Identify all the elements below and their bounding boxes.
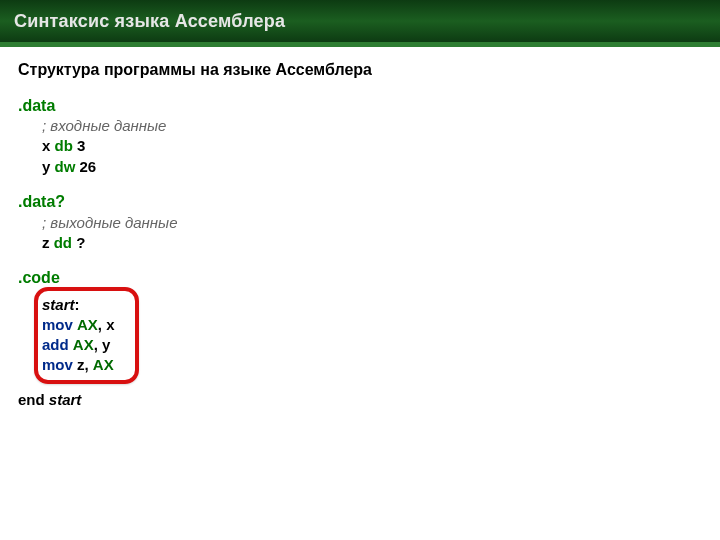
arg-x: x — [106, 316, 114, 333]
comment-output: ; выходные данные — [42, 213, 702, 233]
end-label: start — [49, 391, 82, 408]
reg-ax-2: AX — [73, 336, 94, 353]
val-z: ? — [76, 234, 85, 251]
arg-y: y — [102, 336, 110, 353]
instr-mov-z-ax: mov z, AX — [42, 355, 115, 375]
label-start: start — [42, 296, 75, 313]
op-mov-2: mov — [42, 356, 73, 373]
op-add: add — [42, 336, 69, 353]
decl-z: z dd ? — [42, 233, 702, 253]
var-x: x — [42, 137, 50, 154]
subtitle: Структура программы на языке Ассемблера — [18, 59, 702, 81]
var-z: z — [42, 234, 50, 251]
arg-z: z — [77, 356, 85, 373]
var-y: y — [42, 158, 50, 175]
block-code: .code start: mov AX, x add AX, y — [18, 267, 702, 376]
highlighted-code: start: mov AX, x add AX, y mov z, — [42, 295, 115, 376]
op-mov-1: mov — [42, 316, 73, 333]
reg-ax-1: AX — [77, 316, 98, 333]
comment-input: ; входные данные — [42, 116, 702, 136]
type-db: db — [55, 137, 73, 154]
end-line: end start — [18, 390, 702, 410]
section-data: .data — [18, 95, 702, 117]
section-dataq: .data? — [18, 191, 702, 213]
instr-mov-ax-x: mov AX, x — [42, 315, 115, 335]
slide-body: Структура программы на языке Ассемблера … — [0, 45, 720, 424]
instr-add-ax-y: add AX, y — [42, 335, 115, 355]
title-bar: Синтаксис языка Ассемблера — [0, 0, 720, 45]
slide: Синтаксис языка Ассемблера Структура про… — [0, 0, 720, 540]
block-dataq: .data? ; выходные данные z dd ? — [18, 191, 702, 253]
block-data: .data ; входные данные x db 3 y dw 26 — [18, 95, 702, 177]
end-kw: end — [18, 391, 45, 408]
decl-y: y dw 26 — [42, 157, 702, 177]
slide-title: Синтаксис языка Ассемблера — [14, 11, 706, 32]
type-dd: dd — [54, 234, 72, 251]
section-code: .code — [18, 267, 702, 289]
reg-ax-3: AX — [93, 356, 114, 373]
val-y: 26 — [80, 158, 97, 175]
val-x: 3 — [77, 137, 85, 154]
type-dw: dw — [55, 158, 76, 175]
decl-x: x db 3 — [42, 136, 702, 156]
